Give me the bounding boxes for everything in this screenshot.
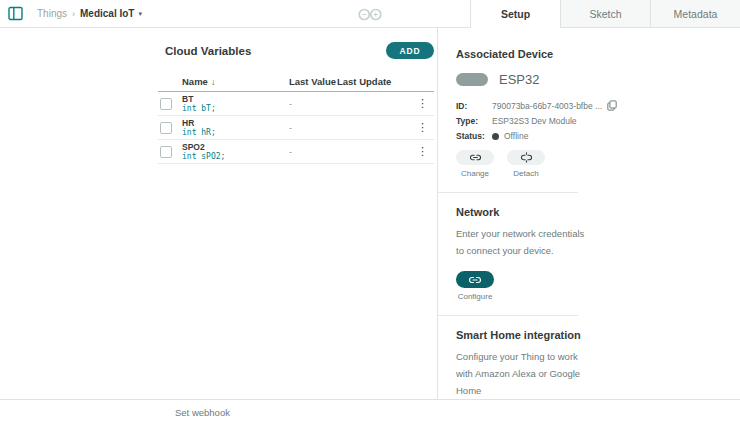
last-value-cell: - <box>289 99 337 109</box>
detach-button-label: Detach <box>513 169 538 178</box>
kebab-menu-icon[interactable]: ⋮ <box>417 98 434 109</box>
variable-name: HR <box>182 118 289 128</box>
tab-sketch[interactable]: Sketch <box>560 0 650 27</box>
network-configure-label: Configure <box>458 292 493 301</box>
variable-declaration: int bT; <box>182 104 289 114</box>
change-button-label: Change <box>461 169 489 178</box>
detach-device-action: Detach <box>507 150 545 178</box>
chevron-down-icon[interactable]: ▾ <box>138 10 142 18</box>
copy-icon[interactable] <box>607 100 617 111</box>
table-row-hr[interactable]: HR int hR; - ⋮ <box>158 116 434 140</box>
device-id-value: 790073ba-66b7-4003-bfbe ... <box>492 100 617 111</box>
column-header-last-update: Last Update <box>337 76 397 87</box>
device-panel: Associated Device ESP32 ID: 790073ba-66b… <box>437 28 740 399</box>
tab-setup[interactable]: Setup <box>470 0 560 27</box>
main-content: Cloud Variables ADD Name↓ Last Value Las… <box>0 28 740 399</box>
breadcrumb: Things › Medical IoT ▾ <box>37 8 142 19</box>
cloud-variables-panel: Cloud Variables ADD Name↓ Last Value Las… <box>0 28 437 399</box>
variables-table-header: Name↓ Last Value Last Update <box>158 72 434 92</box>
network-configure-action: Configure <box>456 271 494 301</box>
device-id-label: ID: <box>456 101 492 111</box>
set-webhook-link[interactable]: Set webhook <box>175 407 230 418</box>
sort-desc-icon[interactable]: ↓ <box>211 77 215 87</box>
breadcrumb-current-thing: Medical IoT <box>80 8 134 19</box>
status-text: Offline <box>504 131 528 141</box>
arduino-cloud-app: Things › Medical IoT ▾ Setup Sketch Meta… <box>0 0 740 425</box>
device-meta: ID: 790073ba-66b7-4003-bfbe ... Type: ES… <box>456 100 740 141</box>
unlink-icon <box>521 152 532 163</box>
change-device-button[interactable] <box>456 150 494 165</box>
smart-home-section: Smart Home integration Configure your Th… <box>456 329 740 399</box>
footer-bar: Set webhook <box>0 399 740 425</box>
device-row: ESP32 <box>456 72 740 87</box>
associated-device-title: Associated Device <box>456 48 740 60</box>
device-status-label: Status: <box>456 131 492 141</box>
device-status-value: Offline <box>492 131 528 141</box>
section-divider <box>438 192 578 193</box>
breadcrumb-separator-icon: › <box>72 9 75 19</box>
smart-home-title: Smart Home integration <box>456 329 740 341</box>
breadcrumb-things-link[interactable]: Things <box>37 8 67 19</box>
device-type-value: ESP32S3 Dev Module <box>492 116 577 126</box>
network-description: Enter your network credentials to connec… <box>456 226 594 259</box>
variable-name-cell: BT int bT; <box>182 94 289 114</box>
board-icon <box>456 73 488 86</box>
associated-device-section: Associated Device ESP32 ID: 790073ba-66b… <box>456 48 740 178</box>
tab-bar: Setup Sketch Metadata <box>470 0 740 27</box>
device-id-row: ID: 790073ba-66b7-4003-bfbe ... <box>456 100 740 111</box>
variable-name-cell: SPO2 int sPO2; <box>182 142 289 162</box>
network-section: Network Enter your network credentials t… <box>456 206 740 301</box>
row-checkbox[interactable] <box>160 98 172 110</box>
cloud-variables-header: Cloud Variables ADD <box>158 42 434 59</box>
network-title: Network <box>456 206 740 218</box>
column-header-name[interactable]: Name↓ <box>182 76 289 87</box>
variable-name-cell: HR int hR; <box>182 118 289 138</box>
change-device-action: Change <box>456 150 494 178</box>
variable-name: SPO2 <box>182 142 289 152</box>
tab-metadata[interactable]: Metadata <box>650 0 740 27</box>
device-type-label: Type: <box>456 116 492 126</box>
network-configure-button[interactable] <box>456 271 494 288</box>
last-value-cell: - <box>289 147 337 157</box>
arduino-logo <box>358 7 383 25</box>
device-name: ESP32 <box>499 72 539 87</box>
topbar-left: Things › Medical IoT ▾ <box>0 0 142 27</box>
device-status-row: Status: Offline <box>456 131 740 141</box>
kebab-menu-icon[interactable]: ⋮ <box>417 146 434 157</box>
variable-declaration: int hR; <box>182 128 289 138</box>
kebab-menu-icon[interactable]: ⋮ <box>417 122 434 133</box>
table-row-spo2[interactable]: SPO2 int sPO2; - ⋮ <box>158 140 434 164</box>
detach-device-button[interactable] <box>507 150 545 165</box>
device-type-row: Type: ESP32S3 Dev Module <box>456 116 740 126</box>
variables-table: Name↓ Last Value Last Update BT int bT; … <box>158 72 434 164</box>
smart-home-description: Configure your Thing to work with Amazon… <box>456 349 594 399</box>
add-variable-button[interactable]: ADD <box>386 42 434 59</box>
section-divider <box>438 315 578 316</box>
column-header-last-value: Last Value <box>289 76 337 87</box>
sidebar-toggle-icon[interactable] <box>8 6 23 21</box>
link-icon <box>470 152 481 163</box>
status-offline-dot <box>492 133 499 140</box>
link-icon <box>469 274 481 286</box>
last-value-cell: - <box>289 123 337 133</box>
variable-declaration: int sPO2; <box>182 152 289 162</box>
row-checkbox[interactable] <box>160 122 172 134</box>
top-bar: Things › Medical IoT ▾ Setup Sketch Meta… <box>0 0 740 28</box>
cloud-variables-title: Cloud Variables <box>165 45 251 57</box>
variable-name: BT <box>182 94 289 104</box>
row-checkbox[interactable] <box>160 146 172 158</box>
device-id-text: 790073ba-66b7-4003-bfbe ... <box>492 101 602 111</box>
table-row-bt[interactable]: BT int bT; - ⋮ <box>158 92 434 116</box>
column-header-name-label: Name <box>182 76 208 87</box>
device-actions: Change Detach <box>456 150 740 178</box>
